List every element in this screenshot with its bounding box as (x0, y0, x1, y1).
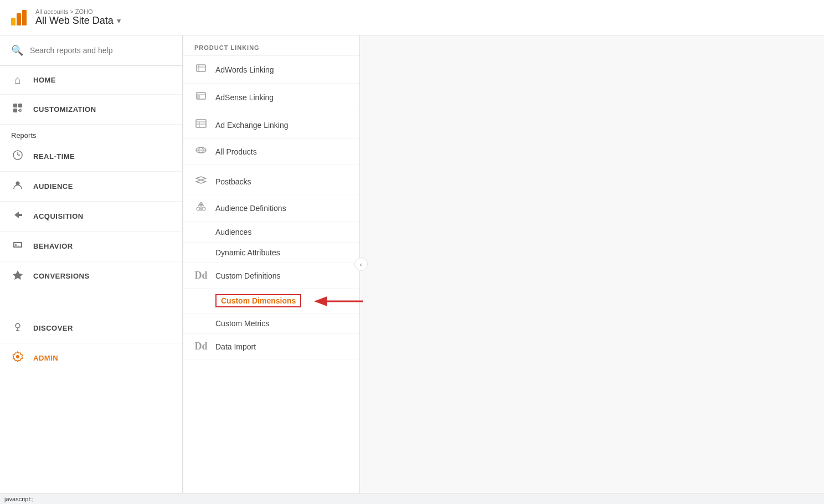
collapse-area: ‹ (360, 35, 371, 493)
menu-item-label: Audience Definitions (215, 204, 286, 213)
adexchange-icon (194, 118, 208, 132)
section-header-product-linking: PRODUCT LINKING (183, 35, 359, 56)
svg-rect-29 (197, 95, 200, 99)
behavior-icon (11, 239, 24, 253)
sidebar-item-home[interactable]: ⌂ HOME (0, 66, 182, 95)
sub-menu-item-custom-metrics[interactable]: Custom Metrics (183, 313, 359, 334)
sub-item-label: Dynamic Attributes (215, 248, 280, 257)
title-area: All accounts > ZOHO All Web Site Data ▼ (35, 8, 122, 27)
svg-rect-3 (13, 104, 17, 107)
page-title[interactable]: All Web Site Data ▼ (35, 15, 122, 27)
adsense-icon (194, 90, 208, 104)
conversions-icon (11, 269, 24, 283)
menu-item-label: AdWords Linking (215, 65, 274, 74)
sidebar-item-label: ADMIN (33, 354, 58, 362)
sidebar: 🔍 Search reports and help ⌂ HOME CUSTOMI… (0, 35, 183, 493)
menu-item-label: Data Import (215, 342, 256, 351)
postbacks-icon (194, 176, 208, 187)
menu-item-adsense[interactable]: AdSense Linking (183, 84, 359, 111)
svg-rect-24 (197, 65, 205, 71)
data-import-icon: Dd (194, 341, 208, 352)
sidebar-item-label: DISCOVER (33, 324, 73, 332)
sub-menu-item-dynamic-attrs[interactable]: Dynamic Attributes (183, 243, 359, 263)
menu-item-label: Custom Definitions (215, 271, 281, 280)
menu-item-adwords[interactable]: AdWords Linking (183, 56, 359, 84)
main-layout: 🔍 Search reports and help ⌂ HOME CUSTOMI… (0, 35, 824, 493)
sidebar-item-acquisition[interactable]: ACQUISITION (0, 202, 182, 232)
svg-marker-19 (13, 270, 23, 280)
search-icon: 🔍 (11, 44, 23, 56)
topbar: All accounts > ZOHO All Web Site Data ▼ (0, 0, 824, 35)
menu-item-label: All Products (215, 147, 257, 156)
sidebar-item-customization[interactable]: CUSTOMIZATION (0, 95, 182, 125)
sidebar-item-label: CUSTOMIZATION (33, 105, 96, 114)
acquisition-icon (11, 209, 24, 223)
svg-rect-18 (17, 245, 19, 245)
svg-rect-0 (11, 18, 16, 25)
discover-icon (11, 321, 24, 335)
svg-rect-2 (22, 10, 27, 25)
status-text: javascript:; (4, 496, 34, 502)
sub-menu-item-audiences[interactable]: Audiences (183, 222, 359, 243)
sidebar-item-audience[interactable]: AUDIENCE (0, 172, 182, 202)
menu-item-data-import[interactable]: Dd Data Import (183, 334, 359, 359)
admin-icon (11, 351, 24, 365)
svg-rect-1 (17, 13, 21, 25)
sub-item-label: Audiences (215, 228, 251, 236)
dropdown-panel: PRODUCT LINKING AdWords Linking (183, 35, 360, 493)
sidebar-item-label: HOME (33, 76, 56, 84)
customization-icon (11, 102, 24, 116)
reports-section-label: Reports (0, 125, 182, 142)
sidebar-item-label: REAL-TIME (33, 152, 75, 161)
sidebar-item-label: CONVERSIONS (33, 272, 90, 280)
ga-logo (9, 8, 29, 28)
allproducts-icon (194, 146, 208, 157)
panel-row: PRODUCT LINKING AdWords Linking (183, 35, 824, 493)
custom-dimensions-label: Custom Dimensions (215, 294, 301, 307)
sidebar-item-admin[interactable]: ADMIN (0, 343, 182, 373)
home-icon: ⌂ (11, 74, 24, 86)
sidebar-item-realtime[interactable]: REAL-TIME (0, 142, 182, 172)
sidebar-item-discover[interactable]: DISCOVER (0, 313, 182, 343)
svg-rect-6 (19, 110, 21, 111)
breadcrumb: All accounts > ZOHO (35, 8, 122, 15)
svg-rect-4 (18, 104, 22, 107)
menu-item-postbacks[interactable]: Postbacks (183, 169, 359, 194)
menu-item-audience-definitions[interactable]: Audience Definitions (183, 194, 359, 222)
menu-item-label: AdSense Linking (215, 93, 274, 102)
highlighted-row-custom-dimensions[interactable]: Custom Dimensions (183, 289, 359, 313)
menu-item-custom-definitions[interactable]: Dd Custom Definitions (183, 263, 359, 289)
sidebar-item-conversions[interactable]: CONVERSIONS (0, 261, 182, 291)
audience-icon (11, 179, 24, 193)
svg-point-20 (16, 323, 20, 328)
sidebar-item-label: BEHAVIOR (33, 242, 73, 250)
content-area: PRODUCT LINKING AdWords Linking (183, 35, 824, 493)
adwords-icon (194, 63, 208, 76)
sub-item-label: Custom Metrics (215, 319, 269, 328)
svg-rect-30 (196, 120, 206, 127)
svg-point-37 (197, 207, 200, 210)
menu-item-label: Postbacks (215, 177, 251, 186)
svg-point-38 (202, 207, 205, 210)
search-text: Search reports and help (30, 46, 112, 55)
custom-definitions-icon: Dd (194, 270, 208, 281)
realtime-icon (11, 150, 24, 163)
menu-item-label: Ad Exchange Linking (215, 121, 289, 130)
svg-rect-5 (13, 109, 17, 112)
svg-marker-13 (14, 212, 22, 218)
audience-definitions-icon (194, 201, 208, 215)
svg-rect-17 (17, 244, 20, 244)
title-dropdown-arrow[interactable]: ▼ (116, 17, 122, 25)
menu-item-allproducts[interactable]: All Products (183, 139, 359, 164)
sidebar-item-label: AUDIENCE (33, 182, 73, 191)
menu-item-adexchange[interactable]: Ad Exchange Linking (183, 111, 359, 139)
svg-point-23 (16, 355, 19, 358)
collapse-button[interactable]: ‹ (354, 258, 368, 271)
svg-rect-16 (15, 244, 17, 246)
search-bar[interactable]: 🔍 Search reports and help (0, 35, 182, 66)
sidebar-item-behavior[interactable]: BEHAVIOR (0, 232, 182, 261)
status-bar: javascript:; (0, 493, 824, 504)
sidebar-item-label: ACQUISITION (33, 212, 84, 220)
